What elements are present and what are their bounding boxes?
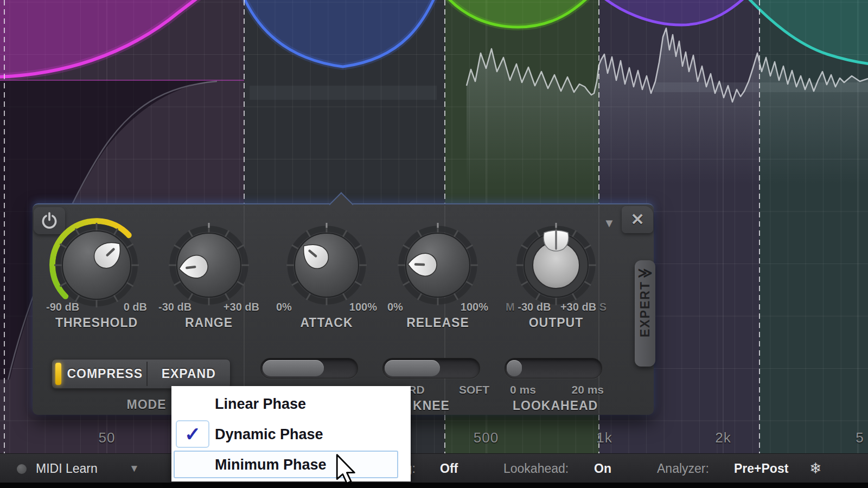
lookahead-max-label: 20 ms [561, 383, 604, 396]
lookahead-status-value[interactable]: On [594, 461, 611, 476]
analyzer-label: Analyzer: [657, 461, 709, 476]
bottom-status-bar: MIDI Learn ▼ Oversampling: Off Lookahead… [0, 453, 868, 483]
output-min: -30 dB [518, 301, 551, 313]
lookahead-status-label: Lookahead: [503, 461, 569, 476]
mode-active-indicator [55, 363, 61, 385]
range-label: RANGE [149, 316, 269, 330]
freq-label-1k: 1k [596, 429, 612, 446]
release-min: 0% [387, 301, 403, 313]
threshold-label: THRESHOLD [37, 316, 156, 330]
attack-max: 100% [349, 301, 377, 313]
knee-max-label: SOFT [445, 383, 489, 396]
attack-label: ATTACK [267, 316, 386, 330]
stereo-link-slider[interactable] [260, 358, 358, 378]
band-control-panel: ▼ ✕ -90 dB0 dB THRESHOLD [33, 203, 654, 415]
knee-slider[interactable] [382, 358, 480, 378]
release-label: RELEASE [378, 316, 497, 330]
double-chevron-icon: ≫ [637, 266, 652, 280]
output-mid-right: S [599, 301, 607, 313]
window-bottom-edge [0, 483, 868, 488]
mode-button-group: COMPRESS EXPAND [52, 359, 231, 389]
release-max: 100% [461, 301, 488, 313]
midi-indicator-dot [17, 464, 27, 474]
range-min: -30 dB [158, 301, 192, 313]
menu-item-minimum-phase[interactable]: Minimum Phase [171, 451, 411, 479]
output-label: OUTPUT [496, 316, 616, 330]
processing-mode-menu: ✓ Linear Phase Dynamic Phase Minimum Pha… [171, 386, 411, 481]
expert-tab-label: EXPERT [638, 281, 653, 337]
menu-item-dynamic-phase[interactable]: Dynamic Phase [171, 420, 411, 448]
freq-label-500: 500 [474, 429, 499, 446]
expert-mode-tab[interactable]: ≫ EXPERT [635, 260, 655, 367]
output-max: +30 dB [560, 301, 596, 313]
expand-button[interactable]: EXPAND [148, 359, 231, 388]
attack-knob[interactable]: 0%100% ATTACK [275, 222, 378, 309]
freq-label-2k: 2k [715, 429, 731, 446]
threshold-min: -90 dB [46, 301, 79, 313]
lookahead-label: LOOKAHEAD [513, 399, 594, 413]
range-knob[interactable]: -30 dB+30 dB RANGE [157, 222, 260, 309]
threshold-max: 0 dB [124, 301, 147, 313]
range-max: +30 dB [224, 301, 259, 313]
midi-learn-button[interactable]: MIDI Learn [36, 461, 98, 476]
plugin-window: 50 500 1k 2k 5 ▼ ✕ [0, 0, 868, 488]
release-knob[interactable]: 0%100% RELEASE [386, 222, 489, 309]
freq-label-5k: 5 [856, 429, 864, 446]
output-mid-left: M [506, 301, 515, 313]
close-icon: ✕ [630, 211, 644, 228]
midi-learn-dropdown-icon[interactable]: ▼ [129, 463, 139, 474]
attack-min: 0% [276, 301, 292, 313]
close-panel-button[interactable]: ✕ [622, 206, 653, 233]
freq-label-50: 50 [99, 429, 116, 446]
oversampling-value[interactable]: Off [440, 461, 458, 476]
lookahead-slider[interactable] [505, 358, 602, 378]
analyzer-value[interactable]: Pre+Post [734, 461, 788, 476]
lookahead-min-label: 0 ms [510, 383, 536, 396]
mouse-cursor [334, 453, 358, 484]
output-knob[interactable]: M -30 dB +30 dB S OUTPUT [505, 222, 608, 309]
menu-item-linear-phase[interactable]: Linear Phase [171, 390, 411, 418]
threshold-knob[interactable]: -90 dB0 dB THRESHOLD [45, 214, 148, 317]
compress-button[interactable]: COMPRESS [63, 359, 146, 388]
analyzer-freeze-icon[interactable]: ❄ [809, 460, 822, 477]
